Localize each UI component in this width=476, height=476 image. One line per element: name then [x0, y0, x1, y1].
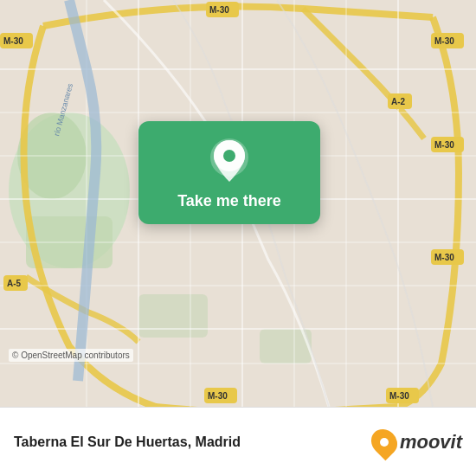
svg-text:A-2: A-2 — [391, 97, 406, 106]
take-me-there-card: Take me there — [138, 121, 320, 224]
svg-text:M-30: M-30 — [434, 36, 454, 46]
place-name-text: Taberna El Sur De Huertas, — [14, 434, 191, 449]
bottom-bar: Taberna El Sur De Huertas, Madrid moovit — [0, 407, 476, 476]
moovit-pin-inner — [380, 438, 389, 447]
place-name: Taberna El Sur De Huertas, Madrid — [14, 434, 241, 450]
svg-text:M-30: M-30 — [434, 140, 454, 150]
svg-text:M-30: M-30 — [389, 391, 409, 401]
take-me-there-button[interactable]: Take me there — [177, 192, 281, 210]
svg-text:M-30: M-30 — [3, 36, 23, 46]
location-icon-wrapper — [207, 138, 252, 183]
moovit-logo: moovit — [372, 428, 462, 456]
svg-text:M-30: M-30 — [434, 253, 454, 262]
map-container: M-30 M-30 M-30 M-30 M-30 M-30 M-30 A-2 A… — [0, 0, 476, 407]
svg-text:A-5: A-5 — [7, 279, 22, 288]
svg-text:M-30: M-30 — [209, 5, 229, 15]
moovit-logo-text: moovit — [400, 431, 462, 453]
place-info: Taberna El Sur De Huertas, Madrid — [14, 434, 241, 450]
svg-text:M-30: M-30 — [208, 391, 228, 401]
svg-rect-4 — [138, 294, 208, 338]
place-city-text: Madrid — [196, 434, 241, 449]
map-attribution: © OpenStreetMap contributors — [9, 349, 133, 362]
svg-point-42 — [223, 150, 235, 162]
location-pin-icon — [210, 138, 248, 183]
moovit-pin-icon — [366, 423, 402, 460]
